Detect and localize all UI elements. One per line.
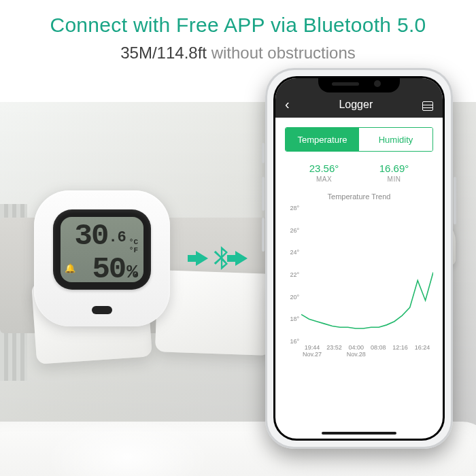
headline-sub: 35M/114.8ft without obstructions — [0, 44, 476, 63]
y-tick: 22° — [285, 271, 301, 278]
stats-row: 23.56° MAX 16.69° MIN — [289, 163, 429, 183]
stat-min-value: 16.69° — [379, 163, 409, 174]
stat-min-label: MIN — [379, 175, 409, 183]
x-tick: 08:08 — [367, 345, 389, 361]
y-tick: 20° — [285, 294, 301, 301]
lcd-temp-units: °C °F — [129, 239, 138, 254]
sensor-lcd: 30 .6 °C °F 50 % 🔔 — [61, 217, 143, 282]
y-tick: 28° — [285, 205, 301, 211]
product-marketing-image: Connect with Free APP via Bluetooth 5.0 … — [0, 0, 476, 476]
phone-mockup: ‹ Logger Temperature Humidity 23.56° MAX… — [265, 68, 453, 449]
y-tick: 26° — [285, 227, 301, 234]
phone-side-button — [262, 143, 265, 163]
chart-plot-area — [301, 205, 433, 345]
chart-y-axis: 28°26°24°22°20°18°16° — [285, 205, 301, 345]
phone-notch — [318, 76, 400, 92]
tab-humidity[interactable]: Humidity — [359, 128, 432, 151]
pillow — [155, 270, 273, 356]
app-screen: ‹ Logger Temperature Humidity 23.56° MAX… — [275, 78, 443, 439]
x-tick: 23:52 — [323, 345, 345, 361]
lcd-unit-c: °C — [129, 239, 138, 247]
y-tick: 18° — [285, 316, 301, 322]
segmented-tabs: Temperature Humidity — [285, 127, 433, 152]
stat-max: 23.56° MAX — [309, 163, 339, 183]
headline: Connect with Free APP via Bluetooth 5.0 … — [0, 14, 476, 63]
phone-frame: ‹ Logger Temperature Humidity 23.56° MAX… — [273, 76, 445, 441]
phone-side-button — [262, 218, 265, 252]
y-tick: 24° — [285, 249, 301, 256]
sensor-device: 30 .6 °C °F 50 % 🔔 — [34, 190, 170, 326]
lcd-humidity-row: 50 % — [66, 254, 138, 284]
indicator-dot — [135, 273, 138, 277]
lcd-temp-decimal: .6 — [108, 231, 126, 245]
stat-max-label: MAX — [309, 175, 339, 183]
chart-line — [301, 205, 433, 345]
temperature-chart[interactable]: 28°26°24°22°20°18°16° 19:44Nov.2723:5204… — [285, 205, 436, 361]
back-icon[interactable]: ‹ — [285, 97, 290, 111]
headline-rest: without obstructions — [207, 44, 356, 62]
lcd-humidity-value: 50 — [92, 254, 125, 284]
x-tick: 16:24 — [411, 345, 433, 361]
calendar-grid-icon[interactable] — [422, 101, 433, 111]
home-indicator[interactable] — [322, 432, 396, 435]
arrow-right-icon — [196, 251, 208, 266]
headline-range: 35M/114.8ft — [120, 44, 207, 62]
phone-side-button — [454, 177, 456, 224]
stat-min: 16.69° MIN — [379, 163, 409, 183]
stat-max-value: 23.56° — [309, 163, 339, 174]
sensor-button — [92, 306, 112, 314]
x-tick: 19:44Nov.27 — [301, 345, 323, 361]
y-tick: 16° — [285, 338, 301, 345]
app-title: Logger — [290, 99, 422, 111]
lcd-temperature-row: 30 .6 °C °F — [66, 221, 138, 254]
x-tick: 04:00Nov.28 — [345, 345, 367, 361]
bluetooth-flow — [181, 245, 262, 272]
lcd-unit-f: °F — [129, 247, 138, 255]
sensor-bezel: 30 .6 °C °F 50 % 🔔 — [53, 209, 151, 290]
chart-title: Temperature Trend — [275, 192, 443, 201]
phone-side-button — [262, 177, 265, 211]
tab-temperature[interactable]: Temperature — [286, 128, 359, 151]
x-tick: 12:16 — [390, 345, 411, 361]
headline-main: Connect with Free APP via Bluetooth 5.0 — [0, 14, 476, 37]
alarm-icon: 🔔 — [65, 263, 75, 274]
lcd-temp-value: 30 — [75, 221, 108, 251]
arrow-right-icon — [235, 251, 248, 266]
chart-x-axis: 19:44Nov.2723:5204:00Nov.2808:0812:1616:… — [301, 345, 433, 361]
